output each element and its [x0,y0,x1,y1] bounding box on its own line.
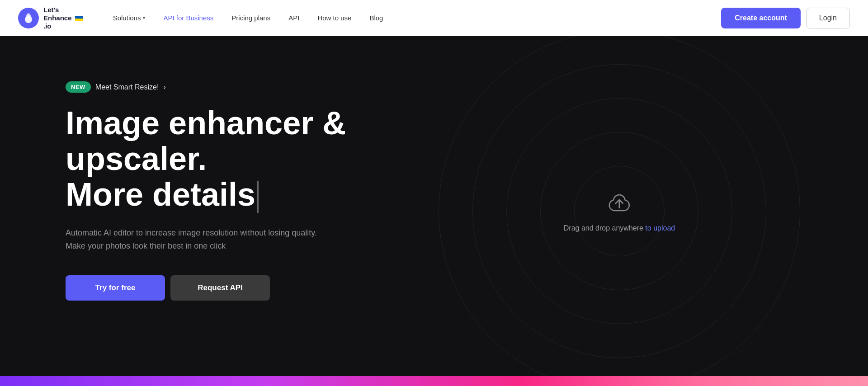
badge-text: Meet Smart Resize! [95,83,159,91]
nav-api-business[interactable]: API for Business [156,10,221,25]
hero-buttons: Try for free Request API [66,275,407,301]
ukraine-flag-icon [75,16,83,21]
svg-point-2 [27,13,30,17]
create-account-button[interactable]: Create account [721,8,801,28]
chevron-down-icon: ▾ [143,15,145,20]
try-free-button[interactable]: Try for free [66,275,165,301]
request-api-button[interactable]: Request API [170,275,270,301]
hero-section: Drag and drop anywhere to upload NEW Mee… [0,36,868,386]
upload-area-decoration[interactable]: Drag and drop anywhere to upload [461,53,778,369]
hero-title-line2: More details [66,176,255,212]
logo-text: Let'sEnhance .io [43,6,83,30]
header-actions: Create account Login [721,8,850,28]
nav-solutions[interactable]: Solutions ▾ [106,10,153,25]
nav-pricing[interactable]: Pricing plans [224,10,278,25]
hero-title: Image enhancer & upscaler. More details [66,105,407,213]
logo-icon [18,8,39,28]
hero-subtitle: Automatic AI editor to increase image re… [66,226,319,253]
upload-zone[interactable]: Drag and drop anywhere to upload [564,190,675,232]
main-nav: Solutions ▾ API for Business Pricing pla… [106,10,722,25]
site-header: Let'sEnhance .io Solutions ▾ API for Bus… [0,0,868,36]
hero-content: NEW Meet Smart Resize! › Image enhancer … [0,63,407,301]
upload-link[interactable]: to upload [645,224,675,232]
upload-cloud-icon [606,190,633,217]
bottom-gradient-bar [0,376,868,386]
badge-arrow-icon: › [163,83,165,91]
text-cursor [257,181,259,213]
nav-api[interactable]: API [281,10,307,25]
new-badge-area[interactable]: NEW Meet Smart Resize! › [66,81,407,93]
nav-blog[interactable]: Blog [362,10,390,25]
logo-link[interactable]: Let'sEnhance .io [18,6,83,30]
nav-how-to-use[interactable]: How to use [310,10,359,25]
hero-title-line1: Image enhancer & upscaler. [66,105,346,177]
new-badge: NEW [66,81,91,93]
login-button[interactable]: Login [806,8,850,28]
upload-text: Drag and drop anywhere to upload [564,224,675,232]
